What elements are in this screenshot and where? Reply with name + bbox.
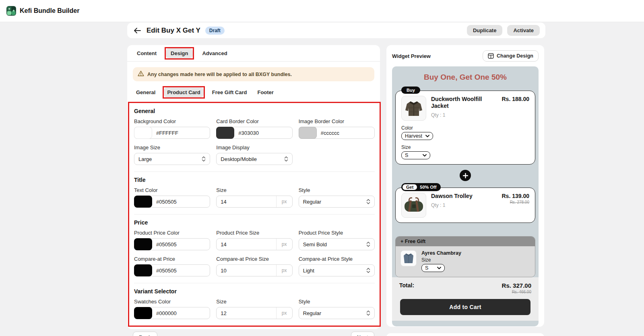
card-border-color-input[interactable]: #303030	[216, 127, 292, 139]
title-text-color-input[interactable]: #050505	[134, 196, 210, 208]
app-title: Kefi Bundle Builder	[20, 7, 79, 14]
select-value: Regular	[303, 199, 322, 205]
swatches-color-input[interactable]: #000000	[134, 307, 210, 319]
product-price: Rs. 188.00	[502, 96, 530, 102]
variant-size-input[interactable]: 12 px	[216, 307, 292, 319]
tab-advanced[interactable]: Advanced	[198, 48, 231, 59]
title-size-field: Size 14 px	[216, 187, 292, 208]
warning-icon	[138, 70, 144, 78]
title-size-input[interactable]: 14 px	[216, 196, 292, 208]
color-hex-value[interactable]: #050505	[152, 199, 177, 205]
widget-preview-panel: Widget Preview Change Design Buy One, Ge…	[386, 45, 544, 327]
change-design-button[interactable]: Change Design	[483, 50, 539, 62]
back-button[interactable]: Back	[133, 332, 157, 336]
compare-at-price-style-select[interactable]: Light	[299, 264, 375, 276]
chevron-up-down-icon	[366, 310, 370, 316]
color-swatch[interactable]	[299, 127, 317, 139]
subtab-free-gift-card[interactable]: Free Gift Card	[209, 87, 250, 97]
field-label: Size	[216, 187, 292, 193]
duplicate-button[interactable]: Duplicate	[467, 25, 503, 36]
free-gift-name: Ayres Chambray	[421, 250, 461, 256]
title-bar: Edit Buy X Get Y Draft Duplicate Activat…	[127, 23, 545, 38]
number-value[interactable]: 14	[217, 196, 276, 207]
app-logo-icon	[6, 6, 16, 16]
color-swatch[interactable]	[134, 238, 152, 250]
chevron-up-down-icon	[366, 198, 370, 205]
product-name: Dawson Trolley	[431, 193, 493, 200]
compare-at-price-size-input[interactable]: 10 px	[216, 264, 292, 276]
product-compare-at-price: Rs. 278.00	[502, 200, 530, 204]
chevron-up-down-icon	[202, 156, 206, 162]
product-image-duffel	[401, 193, 426, 218]
add-to-cart-button[interactable]: Add to Cart	[400, 299, 530, 315]
product-price-size-input[interactable]: 14 px	[216, 238, 292, 250]
color-hex-value[interactable]: #cccccc	[317, 130, 339, 136]
product-qty: Qty : 1	[431, 202, 497, 208]
color-option-select[interactable]: Harvest	[401, 132, 433, 140]
product-name: Duckworth Woolfill Jacket	[431, 96, 493, 109]
unit-suffix: px	[276, 307, 292, 319]
form-footer: Back Next	[127, 327, 380, 336]
activate-button[interactable]: Activate	[507, 25, 540, 36]
next-panel-edge	[386, 333, 544, 336]
variant-style-select[interactable]: Regular	[299, 307, 375, 319]
color-option-label: Color	[401, 125, 529, 131]
free-gift-size-select[interactable]: S	[421, 264, 445, 272]
color-swatch[interactable]	[134, 264, 152, 276]
product-price-size-field: Product Price Size 14 px	[216, 230, 292, 250]
color-swatch[interactable]	[134, 307, 152, 319]
color-hex-value[interactable]: #050505	[152, 241, 177, 247]
size-option-select[interactable]: S	[401, 151, 430, 159]
color-hex-value[interactable]: #050505	[152, 268, 177, 274]
chevron-down-icon	[437, 267, 441, 269]
subtab-footer[interactable]: Footer	[254, 87, 277, 97]
title-style-select[interactable]: Regular	[299, 196, 375, 208]
next-button[interactable]: Next	[351, 332, 374, 336]
field-label: Product Price Style	[299, 230, 375, 236]
color-hex-value[interactable]: #303030	[234, 130, 259, 136]
image-border-color-input[interactable]: #cccccc	[299, 127, 375, 139]
main-tabs: Content Design Advanced	[127, 45, 380, 62]
color-swatch[interactable]	[134, 196, 152, 208]
product-price-color-field: Product Price Color #050505	[134, 230, 210, 250]
color-swatch[interactable]	[216, 127, 234, 139]
compare-at-price-color-input[interactable]: #050505	[134, 264, 210, 276]
size-option-label: Size	[401, 144, 529, 150]
color-hex-value[interactable]: #FFFFFF	[152, 130, 178, 136]
color-hex-value[interactable]: #000000	[152, 310, 177, 316]
field-label: Compare-at Price Style	[299, 256, 375, 262]
number-value[interactable]: 14	[217, 239, 276, 250]
variant-style-field: Style Regular	[299, 299, 375, 319]
color-swatch[interactable]	[134, 127, 152, 139]
settings-panel: Content Design Advanced Any changes made…	[127, 45, 380, 329]
image-size-select[interactable]: Large	[134, 153, 210, 165]
buy-product-card: Buy Duckworth Woolfill Jacket Qty : 1 Rs…	[395, 91, 535, 165]
product-image-jacket	[401, 96, 426, 121]
back-arrow-icon[interactable]	[133, 26, 142, 35]
widget-preview: Buy One, Get One 50% Buy Duckworth Woolf…	[392, 66, 539, 326]
select-value: S	[425, 265, 428, 271]
unit-suffix: px	[276, 196, 292, 207]
total-strip: Total: Rs. 327.00 Rs. 466.00 Add to Cart	[392, 277, 539, 321]
image-display-select[interactable]: Desktop/Mobile	[216, 153, 292, 165]
tab-design[interactable]: Design	[166, 48, 193, 58]
field-label: Compare-at Price	[134, 256, 210, 262]
background-color-input[interactable]: #FFFFFF	[134, 127, 210, 139]
product-price-color-input[interactable]: #050505	[134, 238, 210, 250]
product-price-style-select[interactable]: Semi Bold	[299, 238, 375, 250]
design-tab-annotation: Design	[165, 47, 194, 60]
number-value[interactable]: 10	[217, 265, 276, 276]
warning-banner-text: Any changes made here will be applied to…	[147, 72, 292, 77]
subtab-general[interactable]: General	[133, 87, 159, 97]
number-value[interactable]: 12	[217, 307, 276, 319]
tab-content[interactable]: Content	[133, 48, 161, 59]
select-value: Large	[138, 156, 152, 162]
total-compare-at-value: Rs. 466.00	[502, 290, 531, 294]
field-label: Compare-at Price Size	[216, 256, 292, 262]
field-label: Image Border Color	[299, 118, 375, 124]
get-badge: Get 50% Off	[401, 183, 441, 191]
section-title: Title Text Color #050505 Size 14 px	[134, 171, 375, 210]
page-title: Edit Buy X Get Y	[147, 27, 200, 35]
subtab-product-card[interactable]: Product Card	[164, 87, 203, 97]
section-price: Price Product Price Color #050505 Produc…	[134, 214, 375, 279]
